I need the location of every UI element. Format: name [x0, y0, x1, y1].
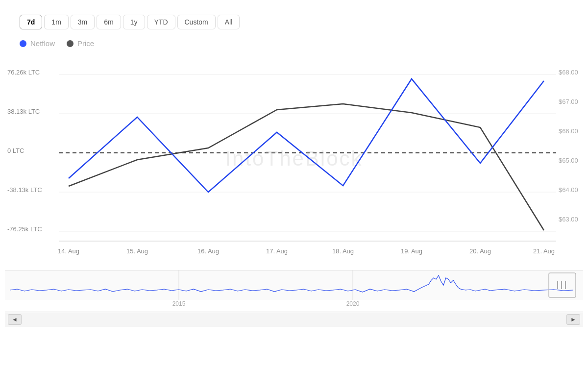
- y-right-label-1: $68.00: [559, 69, 578, 76]
- y-label-4: -38.13k LTC: [7, 186, 42, 194]
- x-label-2: 15. Aug: [126, 247, 148, 255]
- time-btn-all[interactable]: All: [218, 15, 240, 29]
- x-label-4: 17. Aug: [266, 247, 288, 255]
- x-label-5: 18. Aug: [332, 247, 354, 255]
- legend-item-price: Price: [67, 39, 94, 48]
- minimap-bg: [5, 270, 583, 300]
- time-btn-custom[interactable]: Custom: [177, 15, 216, 29]
- time-btn-7d[interactable]: 7d: [20, 15, 42, 29]
- y-label-5: -76.25k LTC: [7, 225, 42, 233]
- x-label-1: 14. Aug: [58, 247, 79, 255]
- main-container: 7d1m3m6m1yYTDCustomAll NetflowPrice 76.2…: [0, 0, 588, 392]
- minimap-label-2020: 2020: [346, 300, 360, 307]
- main-chart: 76.26k LTC 38.13k LTC 0 LTC -38.13k LTC …: [5, 57, 583, 263]
- legend-item-netflow: Netflow: [20, 39, 55, 48]
- minimap-chart: 2015 2020: [5, 270, 583, 310]
- y-right-label-2: $67.00: [559, 98, 578, 105]
- time-btn-1y[interactable]: 1y: [123, 15, 145, 29]
- y-right-label-3: $66.00: [559, 127, 578, 135]
- time-range-selector: 7d1m3m6m1yYTDCustomAll: [5, 10, 583, 34]
- y-right-label-5: $64.00: [559, 186, 578, 194]
- minimap-container: 2015 2020: [5, 270, 583, 312]
- time-btn-ytd[interactable]: YTD: [147, 15, 175, 29]
- time-btn-6m[interactable]: 6m: [97, 15, 121, 29]
- chart-wrapper: 76.26k LTC 38.13k LTC 0 LTC -38.13k LTC …: [5, 57, 583, 327]
- nav-buttons-row: ◄ ►: [5, 312, 583, 327]
- y-right-label-4: $65.00: [559, 157, 578, 164]
- nav-prev-button[interactable]: ◄: [8, 314, 22, 325]
- y-right-label-6: $63.00: [559, 216, 578, 223]
- chart-svg-container: 76.26k LTC 38.13k LTC 0 LTC -38.13k LTC …: [5, 57, 583, 265]
- x-label-7: 20. Aug: [469, 247, 491, 255]
- time-btn-1m[interactable]: 1m: [44, 15, 68, 29]
- legend-label-price: Price: [77, 39, 94, 48]
- y-label-3: 0 LTC: [7, 147, 24, 154]
- legend-dot-price: [67, 40, 74, 47]
- time-btn-3m[interactable]: 3m: [71, 15, 95, 29]
- x-label-3: 16. Aug: [197, 247, 219, 255]
- x-label-6: 19. Aug: [401, 247, 422, 255]
- netflow-line: [69, 79, 544, 192]
- y-label-2: 38.13k LTC: [7, 108, 40, 115]
- legend-dot-netflow: [20, 40, 26, 47]
- nav-next-button[interactable]: ►: [566, 314, 580, 325]
- y-label-1: 76.26k LTC: [7, 69, 40, 76]
- minimap-label-2015: 2015: [172, 300, 186, 307]
- x-label-8: 21. Aug: [533, 247, 555, 255]
- chart-legend: NetflowPrice: [5, 34, 583, 57]
- legend-label-netflow: Netflow: [30, 39, 55, 48]
